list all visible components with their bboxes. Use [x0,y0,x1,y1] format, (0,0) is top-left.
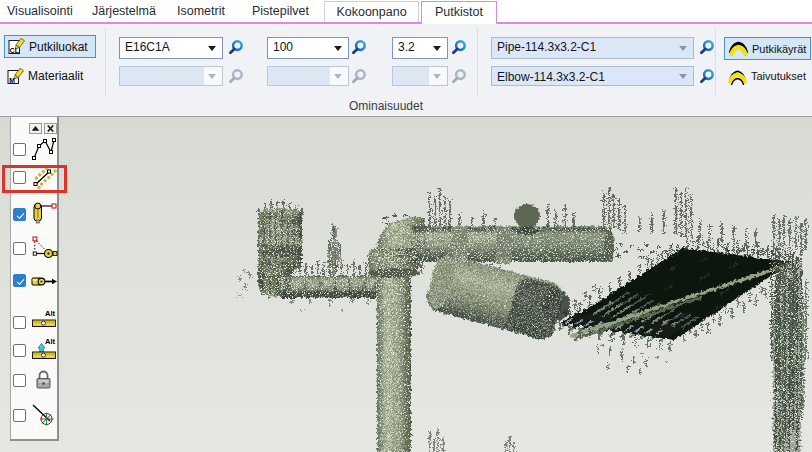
svg-text:Alt: Alt [45,337,56,346]
svg-text:M: M [9,77,15,84]
svg-text:Alt: Alt [45,309,56,318]
svg-text:CL: CL [10,47,19,54]
